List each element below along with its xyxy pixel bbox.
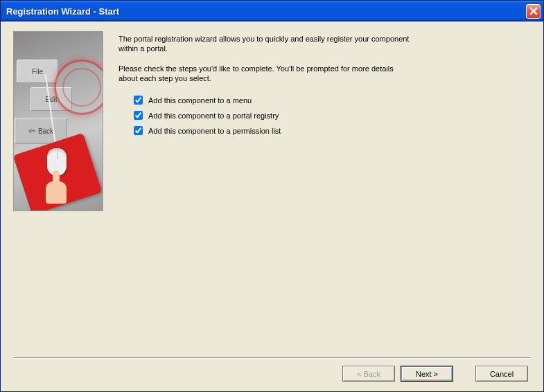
button-row: < Back Next > Cancel — [13, 366, 531, 384]
titlebar: Registration Wizard - Start — [1, 1, 543, 21]
check-add-to-registry-box[interactable] — [134, 111, 143, 120]
wizard-illustration: File Edit ⇦Back — [13, 31, 103, 211]
wizard-window: Registration Wizard - Start File Edit ⇦B… — [0, 0, 544, 392]
back-button[interactable]: < Back — [342, 366, 395, 382]
step-checklist: Add this component to a menu Add this co… — [119, 96, 531, 135]
check-add-to-menu[interactable]: Add this component to a menu — [134, 96, 531, 105]
hand-icon — [42, 169, 71, 204]
content-area: File Edit ⇦Back The portal registration … — [1, 21, 543, 391]
main-row: File Edit ⇦Back The portal registration … — [13, 31, 531, 353]
check-add-to-registry[interactable]: Add this component to a portal registry — [134, 111, 531, 120]
window-title: Registration Wizard - Start — [6, 6, 526, 17]
close-icon — [529, 7, 538, 15]
check-add-to-permission[interactable]: Add this component to a permission list — [134, 126, 531, 135]
check-add-to-permission-label: Add this component to a permission list — [148, 127, 281, 135]
cancel-button[interactable]: Cancel — [475, 366, 528, 382]
check-add-to-permission-box[interactable] — [134, 126, 143, 135]
divider — [13, 357, 531, 359]
check-add-to-menu-box[interactable] — [134, 96, 143, 105]
text-column: The portal registration wizard allows yo… — [119, 31, 531, 353]
intro-paragraph-2: Please check the steps you'd like to com… — [119, 64, 410, 84]
intro-paragraph-1: The portal registration wizard allows yo… — [119, 34, 410, 54]
check-add-to-registry-label: Add this component to a portal registry — [148, 112, 279, 120]
check-add-to-menu-label: Add this component to a menu — [148, 96, 252, 105]
close-button[interactable] — [526, 4, 541, 19]
next-button[interactable]: Next > — [401, 366, 453, 382]
illustration-file-button: File — [17, 60, 58, 83]
